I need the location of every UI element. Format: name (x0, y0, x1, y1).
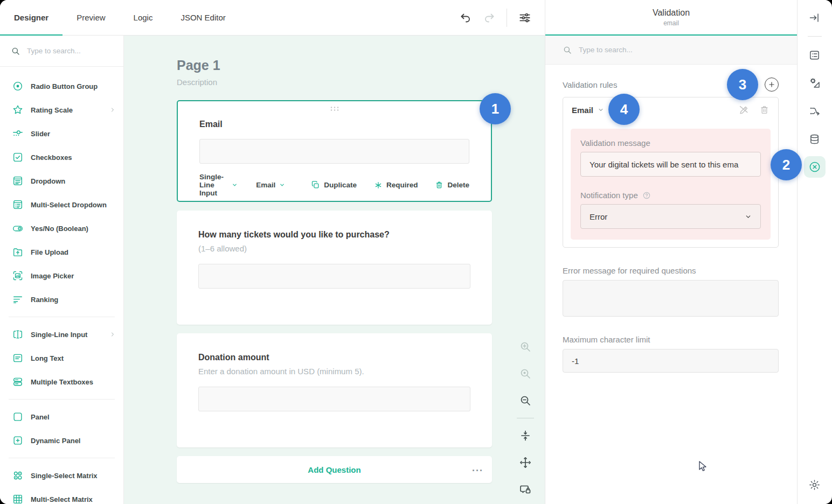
tab-logic[interactable]: Logic (120, 0, 167, 35)
validation-rule-card: Email Validation message Your digital ti… (563, 97, 779, 248)
dropdown-icon (12, 175, 24, 187)
sidebar-item-multiple-textboxes[interactable]: Multiple Textboxes (0, 370, 123, 394)
delete-rule-icon[interactable] (759, 104, 769, 115)
required-error-textarea[interactable] (563, 280, 779, 317)
question-card-donation[interactable]: Donation amount Enter a donation amount … (177, 333, 492, 447)
question-text-input[interactable] (198, 387, 470, 411)
survey-creator-window: Designer Preview Logic JSON Editor (0, 0, 832, 504)
zoom-actual-button[interactable] (519, 367, 532, 380)
sidebar-item-rating-scale[interactable]: Rating Scale (0, 98, 123, 122)
sidebar-item-long-text[interactable]: Long Text (0, 346, 123, 370)
chevron-down-icon (232, 182, 238, 188)
chevron-right-icon[interactable] (109, 107, 116, 113)
drag-handle-icon[interactable] (330, 106, 339, 111)
notification-type-select[interactable]: Error (580, 204, 761, 229)
question-text-input[interactable] (198, 264, 470, 289)
question-title: How many tickets would you like to purch… (198, 211, 470, 240)
tab-json-editor-label: JSON Editor (181, 13, 225, 22)
collapse-all-button[interactable] (519, 429, 532, 442)
settings-sliders-icon (518, 11, 532, 25)
dynamic-panel-icon (12, 435, 24, 446)
sidebar-item-panel[interactable]: Panel (0, 405, 123, 429)
yes-no-boolean-icon (12, 222, 24, 234)
tab-designer-label: Designer (14, 13, 48, 22)
tab-preview-label: Preview (77, 13, 105, 22)
question-text-input[interactable] (199, 139, 469, 164)
validation-message-input[interactable]: Your digital tickets will be sent to thi… (580, 152, 761, 177)
tab-json-editor[interactable]: JSON Editor (167, 0, 239, 35)
rail-tab-validation[interactable] (804, 156, 826, 178)
zoom-in-icon (519, 340, 532, 353)
sidebar-item-multi-select-dropdown[interactable]: Multi-Select Dropdown (0, 193, 123, 216)
sidebar-item-radio-button-group[interactable]: Radio Button Group (0, 74, 123, 98)
rail-tab-settings[interactable] (804, 474, 826, 495)
collapse-all-icon (519, 429, 532, 442)
rule-settings-highlight: Validation message Your digital tickets … (571, 129, 771, 240)
property-panel-title: Validation (653, 8, 690, 18)
undo-button[interactable] (459, 11, 472, 24)
rail-tab-theme[interactable] (804, 72, 826, 94)
property-search[interactable]: Type to search... (545, 36, 797, 65)
question-description: (1–6 allowed) (198, 244, 470, 253)
lock-questions-button[interactable] (519, 483, 532, 496)
sidebar-item-dropdown[interactable]: Dropdown (0, 169, 123, 193)
required-asterisk-icon (374, 181, 383, 190)
rail-tab-collapse-panel[interactable] (804, 7, 826, 29)
ranking-icon (12, 293, 24, 305)
question-card-email[interactable]: Email Single-Line Input Email (177, 100, 492, 202)
annotation-badge-2: 2 (771, 149, 802, 180)
sidebar-item-checkboxes[interactable]: Checkboxes (0, 145, 123, 169)
input-subtype-dropdown[interactable]: Email (256, 181, 285, 189)
chevron-right-icon[interactable] (109, 331, 116, 338)
zoom-out-icon (519, 394, 532, 407)
add-question-button[interactable]: Add Question ... (177, 456, 492, 483)
sidebar-item-label: Rating Scale (31, 106, 73, 114)
single-line-input-icon (12, 328, 24, 340)
rail-tab-general[interactable] (804, 44, 826, 66)
tab-designer[interactable]: Designer (0, 0, 63, 35)
redo-button[interactable] (483, 11, 496, 24)
creator-settings-button[interactable] (518, 11, 532, 25)
search-icon (11, 46, 20, 56)
sidebar-item-label: Multi-Select Dropdown (31, 201, 107, 209)
sidebar-item-label: Long Text (31, 354, 64, 362)
sidebar-item-yes-no-boolean[interactable]: Yes/No (Boolean) (0, 216, 123, 240)
sidebar-item-label: Ranking (31, 296, 58, 304)
rail-tab-data[interactable] (804, 128, 826, 150)
sidebar-item-ranking[interactable]: Ranking (0, 288, 123, 311)
zoom-out-button[interactable] (519, 394, 532, 407)
sidebar-item-slider[interactable]: Slider (0, 122, 123, 145)
sidebar-item-dynamic-panel[interactable]: Dynamic Panel (0, 429, 123, 452)
duplicate-button[interactable]: Duplicate (311, 180, 357, 190)
zoom-in-button[interactable] (519, 340, 532, 353)
question-card-tickets[interactable]: How many tickets would you like to purch… (177, 211, 492, 325)
page-description[interactable]: Description (177, 76, 545, 88)
sidebar-item-single-line-input[interactable]: Single-Line Input (0, 323, 123, 346)
slider-icon (12, 128, 24, 139)
duplicate-label: Duplicate (324, 181, 357, 189)
help-icon[interactable] (642, 191, 651, 200)
annotation-badge-3: 3 (727, 69, 758, 100)
multi-select-dropdown-icon (12, 199, 24, 211)
sidebar-item-file-upload[interactable]: File Upload (0, 240, 123, 264)
rule-type-dropdown[interactable]: Email (572, 106, 604, 115)
rail-tab-logic[interactable] (804, 100, 826, 122)
sidebar-item-image-picker[interactable]: Image Picker (0, 264, 123, 288)
toolbox-search[interactable]: Type to search... (0, 36, 123, 67)
max-chars-input[interactable]: -1 (563, 349, 779, 373)
sidebar-item-single-select-matrix[interactable]: Single-Select Matrix (0, 464, 123, 487)
page-title[interactable]: Page 1 (177, 57, 545, 73)
add-question-more-icon[interactable]: ... (472, 463, 483, 474)
sidebar-item-label: File Upload (31, 248, 68, 256)
question-type-dropdown[interactable]: Single-Line Input (199, 173, 238, 197)
property-panel-subtitle: email (663, 19, 679, 27)
pan-mode-button[interactable] (519, 456, 532, 469)
sidebar-item-multi-select-matrix[interactable]: Multi-Select Matrix (0, 487, 123, 504)
required-error-label: Error message for required questions (563, 266, 779, 275)
canvas-tools-divider (517, 418, 534, 418)
add-validation-rule-button[interactable] (765, 78, 779, 92)
edit-disabled-icon[interactable] (738, 104, 750, 116)
tab-preview[interactable]: Preview (63, 0, 119, 35)
delete-button[interactable]: Delete (435, 180, 469, 190)
required-toggle[interactable]: Required (374, 181, 418, 190)
